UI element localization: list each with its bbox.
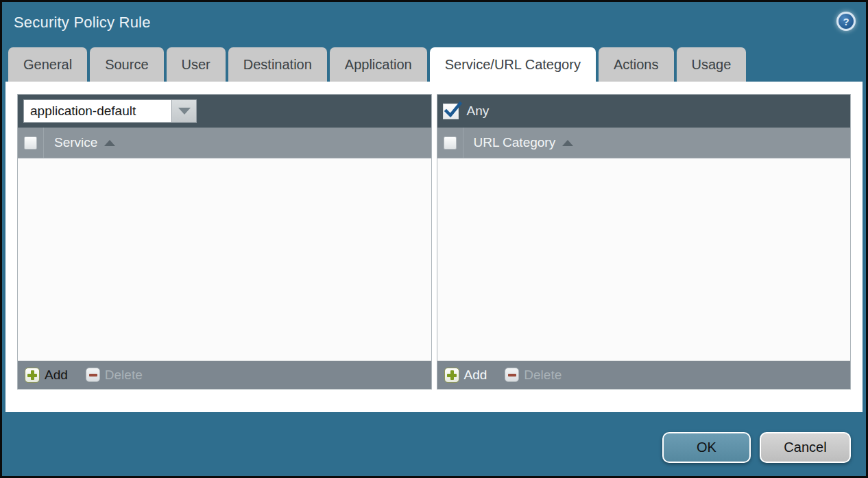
url-category-list[interactable]: [437, 158, 851, 361]
plus-icon: [444, 368, 459, 383]
url-category-select-all-cell: [437, 128, 463, 158]
url-category-panel-footer: Add Delete: [437, 361, 851, 389]
tab-source[interactable]: Source: [90, 47, 163, 82]
minus-icon: [505, 368, 519, 382]
tab-user[interactable]: User: [167, 47, 226, 82]
service-panel-header: [18, 95, 431, 128]
tab-destination[interactable]: Destination: [228, 47, 327, 82]
service-list[interactable]: [18, 158, 431, 361]
checkmark-icon: [444, 101, 463, 121]
service-add-button[interactable]: Add: [25, 368, 68, 383]
service-column-label: Service: [54, 135, 97, 150]
tab-application[interactable]: Application: [330, 47, 427, 82]
url-category-panel-header: Any: [437, 95, 851, 128]
service-select-all-checkbox[interactable]: [24, 136, 37, 150]
chevron-down-icon: [178, 108, 191, 115]
tab-content-area: Service Add Delete: [5, 82, 863, 412]
tab-actions[interactable]: Actions: [599, 47, 674, 82]
service-panel: Service Add Delete: [17, 94, 432, 390]
tab-general[interactable]: General: [8, 47, 87, 82]
sort-ascending-icon: [562, 140, 573, 146]
ok-button[interactable]: OK: [662, 432, 751, 463]
url-category-delete-button[interactable]: Delete: [505, 368, 562, 383]
sort-ascending-icon: [104, 140, 115, 146]
plus-icon: [25, 368, 40, 383]
url-category-select-all-checkbox[interactable]: [444, 136, 457, 150]
cancel-button[interactable]: Cancel: [760, 432, 851, 463]
dialog-title: Security Policy Rule: [14, 14, 151, 32]
url-category-column-header-row: URL Category: [437, 128, 851, 158]
tab-usage[interactable]: Usage: [677, 47, 747, 82]
url-category-column-header[interactable]: URL Category: [474, 135, 574, 150]
service-panel-footer: Add Delete: [18, 361, 431, 389]
tab-bar: General Source User Destination Applicat…: [8, 47, 860, 82]
any-checkbox-label: Any: [467, 104, 490, 119]
service-combobox[interactable]: [23, 99, 197, 123]
service-select-all-cell: [18, 128, 44, 158]
any-checkbox[interactable]: [443, 104, 459, 119]
security-policy-rule-dialog: Security Policy Rule ? General Source Us…: [0, 0, 868, 478]
service-column-header-row: Service: [18, 128, 431, 158]
service-combobox-input[interactable]: [23, 99, 171, 123]
url-category-add-button[interactable]: Add: [444, 368, 487, 383]
service-delete-button[interactable]: Delete: [86, 368, 143, 383]
url-category-panel: Any URL Category Add: [437, 94, 852, 390]
question-mark-glyph: ?: [839, 14, 854, 29]
minus-icon: [86, 368, 100, 382]
tab-service-url-category[interactable]: Service/URL Category: [430, 47, 596, 82]
combobox-dropdown-button[interactable]: [171, 99, 197, 123]
url-category-column-label: URL Category: [474, 135, 556, 150]
service-column-header[interactable]: Service: [54, 135, 115, 150]
help-icon[interactable]: ?: [836, 12, 856, 31]
